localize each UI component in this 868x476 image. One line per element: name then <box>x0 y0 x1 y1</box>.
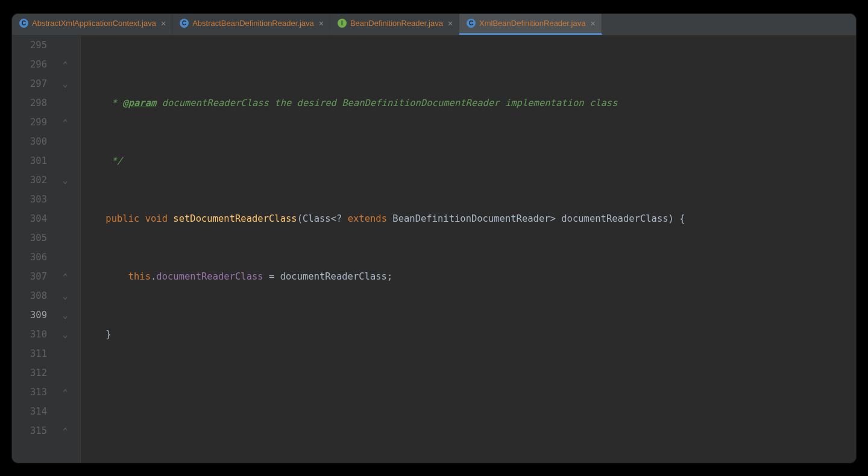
tab-bar: CAbstractXmlApplicationContext.java×CAbs… <box>12 14 856 36</box>
line-number[interactable]: 315 <box>12 421 47 440</box>
line-number[interactable]: 299 <box>12 113 47 132</box>
javadoc-text: documentReaderClass the desired BeanDefi… <box>156 93 617 113</box>
file-type-icon: C <box>180 19 189 28</box>
line-number[interactable]: 301 <box>12 151 47 171</box>
editor-tab[interactable]: CXmlBeanDefinitionReader.java× <box>459 14 602 35</box>
code-area: 2952962972982993003013023033043053063073… <box>12 36 856 463</box>
method-signature: public void setDocumentReaderClass(Class… <box>83 209 856 228</box>
line-number[interactable]: 311 <box>12 344 47 363</box>
file-type-icon: C <box>467 19 476 28</box>
fold-toggle-icon[interactable]: ⌄ <box>63 171 68 190</box>
tab-label: AbstractXmlApplicationContext.java <box>32 19 156 28</box>
fold-toggle-icon[interactable]: ⌄ <box>63 305 68 325</box>
file-type-icon: I <box>338 19 347 28</box>
editor-tab[interactable]: IBeanDefinitionReader.java× <box>330 14 459 35</box>
line-number[interactable]: 304 <box>12 209 47 228</box>
fold-toggle-icon[interactable]: ⌄ <box>63 286 68 305</box>
line-number[interactable]: 298 <box>12 93 47 113</box>
close-icon[interactable]: × <box>160 19 167 28</box>
fold-toggle-icon[interactable]: ⌃ <box>63 113 68 132</box>
code-line: } <box>83 325 856 344</box>
line-number[interactable]: 309 <box>12 305 47 325</box>
line-number[interactable]: 295 <box>12 36 47 55</box>
line-number[interactable]: 307 <box>12 267 47 286</box>
editor-window: CAbstractXmlApplicationContext.java×CAbs… <box>12 14 856 463</box>
fold-toggle-icon[interactable]: ⌃ <box>63 55 68 74</box>
line-number[interactable]: 312 <box>12 363 47 383</box>
editor-tab[interactable]: CAbstractBeanDefinitionReader.java× <box>172 14 330 35</box>
tab-label: XmlBeanDefinitionReader.java <box>479 19 585 28</box>
fold-toggle-icon[interactable]: ⌃ <box>63 421 68 440</box>
gutter: 2952962972982993003013023033043053063073… <box>12 36 58 463</box>
file-type-icon: C <box>19 19 28 28</box>
close-icon[interactable]: × <box>589 19 596 28</box>
line-number[interactable]: 306 <box>12 248 47 267</box>
line-number[interactable]: 308 <box>12 286 47 305</box>
code-line: this.documentReaderClass = documentReade… <box>83 267 856 286</box>
line-number[interactable]: 314 <box>12 402 47 421</box>
close-icon[interactable]: × <box>318 19 325 28</box>
javadoc-param-tag: @param <box>122 93 156 113</box>
line-number[interactable]: 300 <box>12 132 47 151</box>
line-number[interactable]: 310 <box>12 325 47 344</box>
tab-label: BeanDefinitionReader.java <box>350 19 443 28</box>
fold-toggle-icon[interactable]: ⌃ <box>63 267 68 286</box>
tab-label: AbstractBeanDefinitionReader.java <box>192 19 314 28</box>
line-number[interactable]: 296 <box>12 55 47 74</box>
fold-column: ⌃⌄⌃⌄⌃⌄⌄⌄⌃⌃ <box>58 36 81 463</box>
code-body[interactable]: * @param documentReaderClass the desired… <box>81 36 856 463</box>
fold-toggle-icon[interactable]: ⌄ <box>63 325 68 344</box>
line-number[interactable]: 302 <box>12 171 47 190</box>
line-number[interactable]: 297 <box>12 74 47 93</box>
javadoc-close: */ <box>83 151 122 171</box>
line-number[interactable]: 313 <box>12 383 47 402</box>
editor-tab[interactable]: CAbstractXmlApplicationContext.java× <box>12 14 172 35</box>
line-number[interactable]: 303 <box>12 190 47 209</box>
fold-toggle-icon[interactable]: ⌃ <box>63 383 68 402</box>
line-number[interactable]: 305 <box>12 228 47 248</box>
close-icon[interactable]: × <box>447 19 454 28</box>
fold-toggle-icon[interactable]: ⌄ <box>63 74 68 93</box>
